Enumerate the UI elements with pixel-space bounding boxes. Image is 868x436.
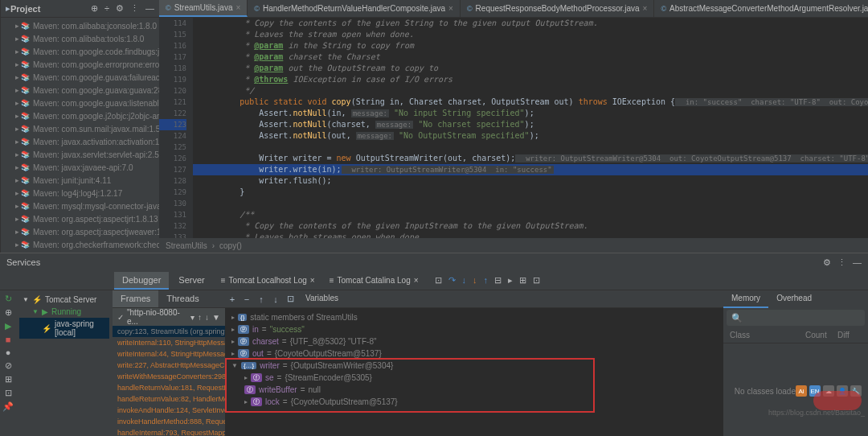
- filter-icon[interactable]: ▼: [212, 313, 220, 322]
- var-se[interactable]: ▸ⓕse = {StreamEncoder@5305}: [228, 372, 720, 384]
- project-header: ▸ Project ⊕ ÷ ⚙ ⋮ —: [1, 0, 159, 18]
- var-in[interactable]: ▸ⓟin = "success": [228, 323, 720, 335]
- target-icon[interactable]: ⊕: [91, 3, 98, 14]
- frame-item[interactable]: writeInternal:110, StringHttpMessageCo: [113, 337, 225, 348]
- copy-icon[interactable]: ⊡: [283, 290, 297, 307]
- tree-item[interactable]: ▸📚Maven: org.checkerframework:checker-qu…: [1, 238, 159, 251]
- editor-tab[interactable]: ©RequestResponseBodyMethodProcessor.java…: [461, 0, 655, 17]
- tree-item[interactable]: ▸📚Maven: org.aspectj:aspectjrt:1.8.13: [1, 212, 159, 225]
- up-icon[interactable]: ↑: [254, 290, 268, 307]
- breadcrumb[interactable]: StreamUtils › copy(): [159, 238, 868, 253]
- tree-item[interactable]: ▸📚Maven: mysql:mysql-connector-java:5.1.…: [1, 199, 159, 212]
- breadcrumb-method[interactable]: copy(): [219, 241, 242, 250]
- tree-item[interactable]: ▸📚Maven: com.google.errorprone:error_pro…: [1, 58, 159, 71]
- tree-item[interactable]: ▸📚Maven: log4j:log4j:1.2.17: [1, 187, 159, 199]
- evaluate-icon[interactable]: ⊞: [519, 275, 526, 286]
- frame-item[interactable]: handleInternal:793, RequestMappingHa: [113, 427, 225, 436]
- editor[interactable]: 1141151161171181191201211221231241251261…: [159, 18, 868, 238]
- add-watch-icon[interactable]: +: [225, 290, 240, 307]
- watermark: https://blog.csdn.net/Baisitao_: [768, 409, 865, 417]
- frame-item[interactable]: invokeHandlerMethod:888, RequestMap: [113, 416, 225, 427]
- tree-item[interactable]: ▸📚Maven: org.aspectj:aspectjweaver:1.8.1…: [1, 225, 159, 238]
- thread-dropdown[interactable]: ✓"http-nio-8080-e...▾ ↑↓▼: [113, 308, 225, 326]
- frame-item[interactable]: handleReturnValue:181, RequestRespon: [113, 382, 225, 393]
- var-static[interactable]: ▸{}static members of StreamUtils: [228, 311, 720, 323]
- gear-icon[interactable]: ⚙: [116, 3, 124, 14]
- breadcrumb-class[interactable]: StreamUtils: [166, 241, 207, 250]
- running-node[interactable]: ▼▶Running: [19, 306, 109, 318]
- editor-tab[interactable]: ©AbstractMessageConverterMethodArgumentR…: [654, 0, 868, 17]
- trace-icon[interactable]: ⊡: [533, 275, 540, 286]
- var-lock[interactable]: ▸ⓕlock = {CoyoteOutputStream@5137}: [228, 396, 720, 408]
- tree-item[interactable]: ▸📚Maven: com.alibaba:jconsole:1.8.0: [1, 19, 159, 32]
- var-writer[interactable]: ▼{…}writer = {OutputStreamWriter@5304}: [228, 360, 720, 372]
- gear-icon[interactable]: ⚙: [823, 257, 831, 268]
- tree-item[interactable]: ▸📚Maven: javax:javaee-api:7.0: [1, 161, 159, 174]
- down-icon[interactable]: ↓: [268, 290, 283, 307]
- tree-item[interactable]: ▸📚Maven: com.google.code.findbugs:jsr305…: [1, 45, 159, 58]
- tab-memory[interactable]: Memory: [723, 290, 768, 308]
- variables-tree[interactable]: ▸{}static members of StreamUtils ▸ⓟin = …: [225, 308, 723, 436]
- memory-search[interactable]: 🔍: [727, 310, 865, 326]
- step-over-icon[interactable]: ↷: [448, 275, 456, 286]
- project-tree[interactable]: ▸📚Maven: com.alibaba:jconsole:1.8.0▸📚Mav…: [1, 18, 159, 253]
- tab-localhost-log[interactable]: ≡Tomcat Localhost Log×: [215, 272, 321, 290]
- code[interactable]: * Copy the contents of the given String …: [193, 18, 868, 238]
- layout-icon[interactable]: ⊞: [2, 374, 14, 385]
- code-line: /**: [201, 210, 254, 219]
- tree-item[interactable]: ▸📚Maven: com.google.guava:failureaccess:…: [1, 71, 159, 84]
- services-tree[interactable]: ▼⚡Tomcat Server ▼▶Running ⚡java-spring […: [16, 290, 113, 436]
- tree-item[interactable]: ▸📚Maven: javax.servlet:servlet-api:2.5: [1, 148, 159, 161]
- force-step-icon[interactable]: ↓: [473, 275, 477, 286]
- tab-overhead[interactable]: Overhead: [768, 290, 820, 308]
- tree-item[interactable]: ▸📚Maven: com.alibaba:tools:1.8.0: [1, 32, 159, 45]
- tab-frames[interactable]: Frames: [113, 290, 158, 307]
- tab-catalina-log[interactable]: ≡Tomcat Catalina Log×: [323, 272, 425, 290]
- app-node[interactable]: ⚡java-spring [local]: [19, 318, 109, 339]
- show-exec-icon[interactable]: ⊡: [435, 275, 442, 286]
- frames-list[interactable]: copy:123, StreamUtils (org.springframewr…: [113, 326, 225, 436]
- var-out[interactable]: ▸ⓟout = {CoyoteOutputStream@5137}: [228, 348, 720, 360]
- tab-server[interactable]: Server: [170, 272, 212, 290]
- tree-item[interactable]: ▸📚Maven: junit:junit:4.11: [1, 174, 159, 187]
- drop-frame-icon[interactable]: ⊟: [494, 275, 502, 286]
- tree-item[interactable]: ▸📚Maven: javax.activation:activation:1.1: [1, 135, 159, 148]
- tab-threads[interactable]: Threads: [158, 290, 207, 307]
- tab-variables[interactable]: Variables: [297, 290, 346, 307]
- collapse-icon[interactable]: ÷: [104, 3, 109, 14]
- frame-item[interactable]: write:227, AbstractHttpMessageConvert: [113, 360, 225, 371]
- rerun-icon[interactable]: ↻: [2, 294, 14, 304]
- hide-icon[interactable]: —: [853, 257, 862, 268]
- tab-debugger[interactable]: Debugger: [114, 272, 169, 290]
- breakpoints-icon[interactable]: ●: [2, 348, 14, 357]
- ai-icon[interactable]: Ai: [796, 385, 807, 397]
- update-icon[interactable]: ⊕: [2, 307, 14, 318]
- mute-icon[interactable]: ⊘: [2, 360, 14, 371]
- frame-item[interactable]: handleReturnValue:82, HandlerMethodR: [113, 393, 225, 405]
- var-writebuffer[interactable]: ⓕwriteBuffer = null: [228, 384, 720, 396]
- run-cursor-icon[interactable]: ▸: [508, 275, 513, 286]
- tree-item[interactable]: ▸📚Maven: com.sun.mail:javax.mail:1.5.0: [1, 122, 159, 135]
- tree-item[interactable]: ▸📚Maven: com.google.guava:guava:28.0-jre: [1, 84, 159, 97]
- hide-icon[interactable]: —: [145, 3, 154, 14]
- memory-content: No classes loade Ai EN ☁ 👤 🔧: [723, 343, 868, 436]
- editor-tab[interactable]: ©HandlerMethodReturnValueHandlerComposit…: [248, 0, 461, 17]
- tree-item[interactable]: ▸📚Maven: com.google.guava:listenablefutu…: [1, 97, 159, 109]
- resume-icon[interactable]: ▶: [2, 321, 14, 331]
- stop-icon[interactable]: ■: [2, 335, 14, 344]
- editor-tab[interactable]: ©StreamUtils.java×: [159, 0, 248, 17]
- step-into-icon[interactable]: ↓: [462, 275, 467, 286]
- step-out-icon[interactable]: ↑: [484, 275, 489, 286]
- frame-item[interactable]: writeWithMessageConverters:298, Abstr: [113, 371, 225, 382]
- pin-icon[interactable]: 📌: [2, 401, 14, 412]
- frame-item[interactable]: writeInternal:44, StringHttpMessageCon: [113, 348, 225, 360]
- frame-item[interactable]: invokeAndHandle:124, ServletInvocable: [113, 405, 225, 416]
- more-icon[interactable]: ⋮: [837, 257, 846, 268]
- tree-item[interactable]: ▸📚Maven: com.google.j2objc:j2objc-annota…: [1, 109, 159, 122]
- settings-icon[interactable]: ⊡: [2, 388, 14, 398]
- var-charset[interactable]: ▸ⓟcharset = {UTF_8@5302} "UTF-8": [228, 335, 720, 348]
- tomcat-node[interactable]: ▼⚡Tomcat Server: [19, 294, 109, 306]
- frame-item[interactable]: copy:123, StreamUtils (org.springframe: [113, 326, 225, 337]
- more-icon[interactable]: ⋮: [130, 3, 139, 14]
- remove-watch-icon[interactable]: −: [240, 290, 254, 307]
